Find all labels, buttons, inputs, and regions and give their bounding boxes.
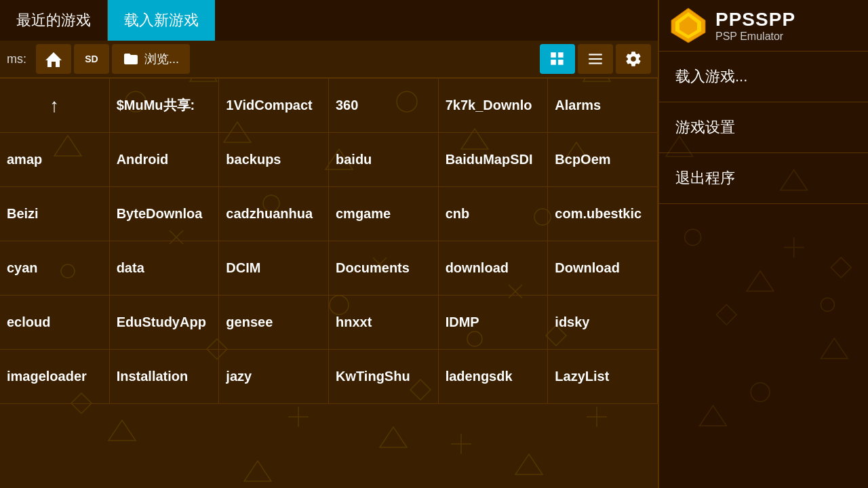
sidebar-menu-item-1[interactable]: 游戏设置: [659, 102, 868, 153]
parent-dir-button[interactable]: ↑: [0, 79, 110, 133]
file-cell[interactable]: cmgame: [329, 187, 439, 241]
sidebar-menu-item-0[interactable]: 载入游戏...: [659, 52, 868, 102]
svg-rect-45: [589, 54, 602, 55]
file-cell[interactable]: idsky: [548, 296, 658, 350]
svg-point-53: [685, 229, 701, 245]
file-cell[interactable]: backups: [219, 133, 329, 187]
svg-marker-50: [747, 271, 774, 291]
svg-rect-46: [589, 58, 602, 60]
svg-rect-41: [551, 52, 556, 58]
file-cell[interactable]: Documents: [329, 241, 439, 296]
svg-marker-52: [700, 405, 727, 426]
app-subtitle: PSP Emulator: [715, 30, 795, 43]
app-name: PPSSPP: [715, 9, 795, 30]
sd-button[interactable]: SD: [74, 44, 109, 74]
sidebar-menu: 载入游戏...游戏设置退出程序: [659, 52, 868, 204]
svg-rect-42: [558, 52, 564, 58]
file-cell[interactable]: $MuMu共享:: [110, 79, 220, 133]
file-cell[interactable]: Android: [110, 133, 220, 187]
sidebar-header: PPSSPP PSP Emulator: [659, 0, 868, 52]
file-cell[interactable]: 360: [329, 79, 439, 133]
sidebar-title: PPSSPP PSP Emulator: [715, 9, 795, 43]
file-cell[interactable]: jazy: [219, 350, 329, 404]
file-cell[interactable]: ladengsdk: [439, 350, 549, 404]
file-cell[interactable]: IDMP: [439, 296, 549, 350]
top-tabs: 最近的游戏 载入新游戏: [0, 0, 658, 41]
file-cell[interactable]: 1VidCompact: [219, 79, 329, 133]
file-cell[interactable]: Alarms: [548, 79, 658, 133]
browse-button[interactable]: 浏览...: [112, 44, 190, 74]
file-cell[interactable]: Beizi: [0, 187, 110, 241]
grid-view-button[interactable]: [540, 44, 575, 74]
sidebar-menu-item-2[interactable]: 退出程序: [659, 153, 868, 204]
tab-recent[interactable]: 最近的游戏: [0, 0, 108, 41]
svg-marker-40: [45, 52, 62, 67]
ppsspp-logo: [670, 7, 707, 44]
file-cell[interactable]: BcpOem: [548, 133, 658, 187]
file-grid-container: ↑$MuMu共享:1VidCompact3607k7k_DownloAlarms…: [0, 78, 658, 488]
svg-rect-44: [558, 60, 564, 65]
svg-point-54: [821, 298, 834, 311]
file-cell[interactable]: data: [110, 241, 220, 296]
svg-rect-47: [589, 62, 602, 64]
svg-marker-51: [821, 338, 848, 359]
svg-marker-59: [831, 258, 851, 278]
file-cell[interactable]: hnxxt: [329, 296, 439, 350]
settings-button[interactable]: [616, 44, 651, 74]
file-cell[interactable]: download: [439, 241, 549, 296]
file-cell[interactable]: 7k7k_Downlo: [439, 79, 549, 133]
file-cell[interactable]: KwTingShu: [329, 350, 439, 404]
home-button[interactable]: [36, 44, 71, 74]
file-cell[interactable]: Installation: [110, 350, 220, 404]
path-label: ms:: [7, 52, 26, 66]
file-cell[interactable]: DCIM: [219, 241, 329, 296]
browse-label: 浏览...: [144, 51, 179, 67]
file-grid: ↑$MuMu共享:1VidCompact3607k7k_DownloAlarms…: [0, 78, 658, 404]
tab-load[interactable]: 载入新游戏: [108, 0, 215, 41]
file-cell[interactable]: EduStudyApp: [110, 296, 220, 350]
file-cell[interactable]: LazyList: [548, 350, 658, 404]
right-sidebar: PPSSPP PSP Emulator 载入游戏...游戏设置退出程序: [658, 0, 868, 488]
file-cell[interactable]: Download: [548, 241, 658, 296]
file-cell[interactable]: ecloud: [0, 296, 110, 350]
file-cell[interactable]: BaiduMapSDI: [439, 133, 549, 187]
file-cell[interactable]: cadzhuanhua: [219, 187, 329, 241]
file-cell[interactable]: cyan: [0, 241, 110, 296]
file-cell[interactable]: imageloader: [0, 350, 110, 404]
sd-icon: SD: [85, 54, 98, 64]
file-cell[interactable]: ByteDownloa: [110, 187, 220, 241]
file-cell[interactable]: baidu: [329, 133, 439, 187]
svg-rect-43: [551, 60, 556, 65]
file-cell[interactable]: amap: [0, 133, 110, 187]
file-cell[interactable]: com.ubestkic: [548, 187, 658, 241]
file-cell[interactable]: gensee: [219, 296, 329, 350]
file-cell[interactable]: cnb: [439, 187, 549, 241]
list-view-button[interactable]: [578, 44, 613, 74]
toolbar: ms: SD 浏览...: [0, 41, 658, 78]
svg-point-55: [751, 383, 770, 402]
svg-marker-58: [716, 304, 736, 325]
